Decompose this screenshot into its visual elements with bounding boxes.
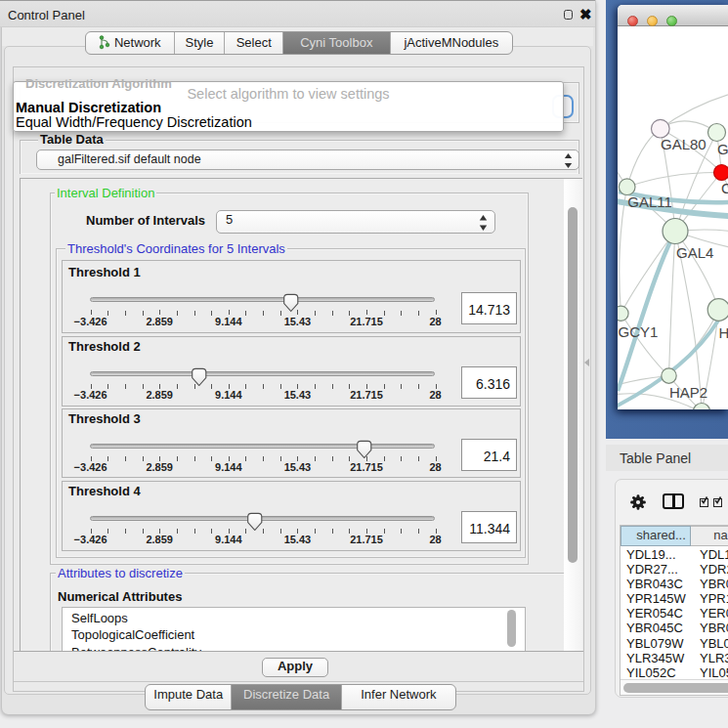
svg-text:HI: HI <box>719 324 728 341</box>
svg-text:GAL4: GAL4 <box>676 244 713 261</box>
svg-text:GCY1: GCY1 <box>619 323 659 340</box>
svg-text:GA: GA <box>717 141 728 157</box>
svg-text:CD: CD <box>721 180 728 196</box>
svg-text:HAP2: HAP2 <box>669 384 707 401</box>
svg-text:GAL80: GAL80 <box>661 136 707 152</box>
svg-text:GAL11: GAL11 <box>627 193 672 210</box>
